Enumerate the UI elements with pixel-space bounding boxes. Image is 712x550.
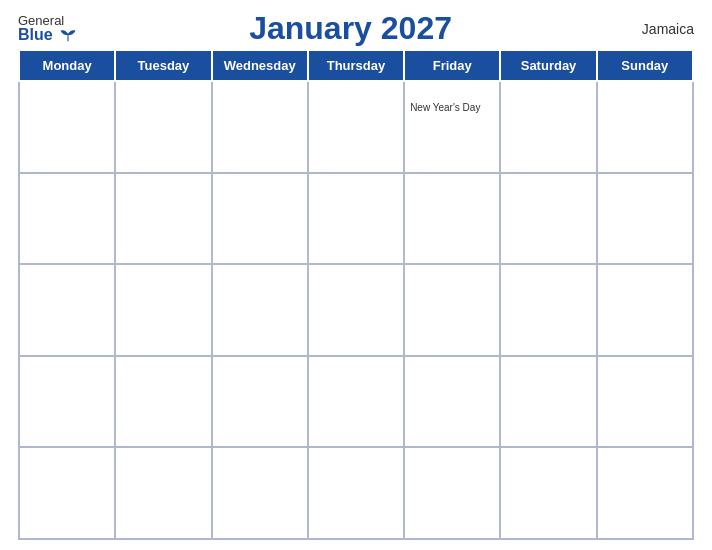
day-number: 19 — [121, 360, 205, 375]
day-number: 29 — [410, 451, 494, 466]
day-number: 31 — [603, 451, 687, 466]
day-cell-w2-d6: 9 — [500, 173, 596, 265]
day-number: 9 — [506, 177, 590, 192]
calendar-body: 1New Year's Day2345678910111213141516171… — [19, 81, 693, 539]
day-number: 30 — [506, 451, 590, 466]
day-cell-w5-d2: 26 — [115, 447, 211, 539]
col-saturday: Saturday — [500, 50, 596, 81]
week-row-5: 25262728293031 — [19, 447, 693, 539]
col-friday: Friday — [404, 50, 500, 81]
day-number: 3 — [603, 85, 687, 100]
day-number: 22 — [410, 360, 494, 375]
week-row-2: 45678910 — [19, 173, 693, 265]
holiday-label: New Year's Day — [410, 102, 494, 114]
weekday-header-row: Monday Tuesday Wednesday Thursday Friday… — [19, 50, 693, 81]
day-number: 17 — [603, 268, 687, 283]
day-cell-w2-d5: 8 — [404, 173, 500, 265]
day-cell-w5-d7: 31 — [597, 447, 693, 539]
day-cell-w2-d2: 5 — [115, 173, 211, 265]
day-cell-w3-d7: 17 — [597, 264, 693, 356]
day-cell-w5-d6: 30 — [500, 447, 596, 539]
col-thursday: Thursday — [308, 50, 404, 81]
day-cell-w4-d5: 22 — [404, 356, 500, 448]
day-number: 14 — [314, 268, 398, 283]
day-number: 4 — [25, 177, 109, 192]
day-number: 18 — [25, 360, 109, 375]
day-cell-w1-d6: 2 — [500, 81, 596, 173]
day-number: 28 — [314, 451, 398, 466]
day-cell-w5-d1: 25 — [19, 447, 115, 539]
day-cell-w1-d3 — [212, 81, 308, 173]
day-cell-w5-d5: 29 — [404, 447, 500, 539]
logo: General Blue — [18, 14, 77, 43]
day-cell-w1-d4 — [308, 81, 404, 173]
day-number: 11 — [25, 268, 109, 283]
day-number: 2 — [506, 85, 590, 100]
day-number: 25 — [25, 451, 109, 466]
day-number: 6 — [218, 177, 302, 192]
day-cell-w1-d1 — [19, 81, 115, 173]
day-cell-w3-d5: 15 — [404, 264, 500, 356]
day-cell-w4-d6: 23 — [500, 356, 596, 448]
col-sunday: Sunday — [597, 50, 693, 81]
country-label: Jamaica — [624, 21, 694, 37]
day-number: 27 — [218, 451, 302, 466]
calendar-header: Monday Tuesday Wednesday Thursday Friday… — [19, 50, 693, 81]
logo-bird-icon — [59, 29, 77, 43]
day-cell-w4-d3: 20 — [212, 356, 308, 448]
logo-blue-text: Blue — [18, 27, 77, 43]
day-number: 8 — [410, 177, 494, 192]
calendar-table: Monday Tuesday Wednesday Thursday Friday… — [18, 49, 694, 540]
day-cell-w3-d4: 14 — [308, 264, 404, 356]
day-number: 5 — [121, 177, 205, 192]
day-cell-w5-d3: 27 — [212, 447, 308, 539]
day-cell-w2-d4: 7 — [308, 173, 404, 265]
day-cell-w4-d7: 24 — [597, 356, 693, 448]
day-number: 21 — [314, 360, 398, 375]
month-title: January 2027 — [77, 10, 624, 47]
day-number: 10 — [603, 177, 687, 192]
day-cell-w4-d2: 19 — [115, 356, 211, 448]
day-cell-w3-d3: 13 — [212, 264, 308, 356]
day-number: 16 — [506, 268, 590, 283]
day-number: 12 — [121, 268, 205, 283]
day-cell-w2-d3: 6 — [212, 173, 308, 265]
day-cell-w1-d5: 1New Year's Day — [404, 81, 500, 173]
week-row-4: 18192021222324 — [19, 356, 693, 448]
day-number: 13 — [218, 268, 302, 283]
day-number: 1 — [410, 85, 494, 100]
col-tuesday: Tuesday — [115, 50, 211, 81]
day-cell-w4-d4: 21 — [308, 356, 404, 448]
day-cell-w3-d1: 11 — [19, 264, 115, 356]
day-number: 24 — [603, 360, 687, 375]
day-cell-w2-d7: 10 — [597, 173, 693, 265]
day-cell-w3-d2: 12 — [115, 264, 211, 356]
page-header: General Blue January 2027 Jamaica — [18, 10, 694, 47]
day-cell-w2-d1: 4 — [19, 173, 115, 265]
day-number: 26 — [121, 451, 205, 466]
day-number: 20 — [218, 360, 302, 375]
day-number: 15 — [410, 268, 494, 283]
week-row-3: 11121314151617 — [19, 264, 693, 356]
day-cell-w3-d6: 16 — [500, 264, 596, 356]
col-wednesday: Wednesday — [212, 50, 308, 81]
col-monday: Monday — [19, 50, 115, 81]
day-number: 7 — [314, 177, 398, 192]
day-cell-w4-d1: 18 — [19, 356, 115, 448]
day-cell-w1-d7: 3 — [597, 81, 693, 173]
day-cell-w1-d2 — [115, 81, 211, 173]
day-number: 23 — [506, 360, 590, 375]
day-cell-w5-d4: 28 — [308, 447, 404, 539]
week-row-1: 1New Year's Day23 — [19, 81, 693, 173]
